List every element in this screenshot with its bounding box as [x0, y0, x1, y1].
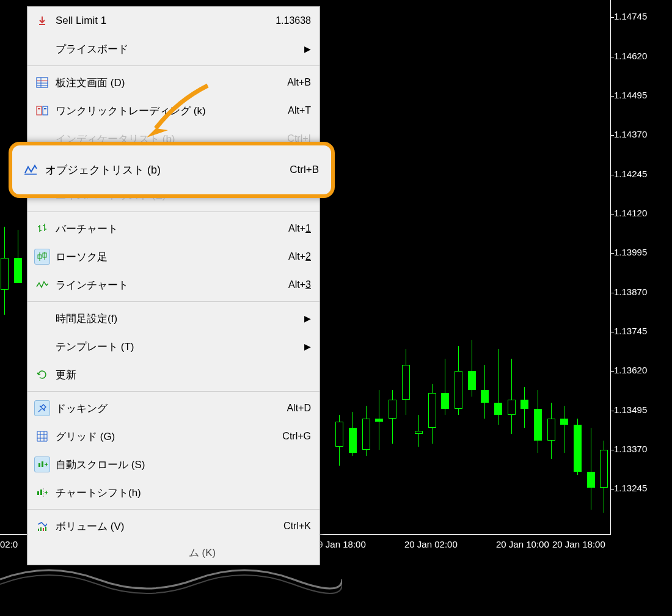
- svg-rect-15: [42, 461, 43, 467]
- y-tick-label: 1.13245: [614, 483, 669, 493]
- submenu-arrow-icon: ▶: [304, 44, 311, 54]
- menu-separator: [27, 211, 320, 212]
- y-tick-label: 1.13995: [614, 247, 669, 257]
- line-chart-icon: [32, 280, 52, 289]
- object-list-label[interactable]: オブジェクトリスト (b): [40, 163, 290, 177]
- template-label: テンプレート (T): [52, 340, 304, 354]
- truncated-label: ム (K): [32, 546, 311, 560]
- menu-separator: [27, 301, 320, 302]
- menu-autoscroll[interactable]: 自動スクロール (S): [27, 450, 320, 479]
- grid-shortcut: Ctrl+G: [282, 431, 311, 442]
- menu-depth-of-market[interactable]: 板注文画面 (D) Alt+B: [27, 68, 320, 97]
- menu-template[interactable]: テンプレート (T) ▶: [27, 332, 320, 361]
- line-chart-shortcut: Alt+3: [288, 279, 311, 290]
- menu-candlestick[interactable]: ローソク足 Alt+2: [27, 243, 320, 271]
- menu-one-click-trading[interactable]: ワンクリックトレーディング (k) Alt+T: [27, 97, 320, 125]
- refresh-icon: [32, 369, 52, 380]
- svg-rect-14: [38, 463, 40, 467]
- y-tick-label: 1.13370: [614, 444, 669, 454]
- svg-rect-20: [43, 528, 44, 531]
- one-click-label: ワンクリックトレーディング (k): [52, 104, 288, 118]
- menu-docking[interactable]: ドッキング Alt+D: [27, 394, 320, 422]
- bar-chart-shortcut: Alt+1: [288, 223, 311, 234]
- y-tick-label: 1.14495: [614, 90, 669, 100]
- autoscroll-icon: [34, 457, 50, 472]
- autoscroll-label: 自動スクロール (S): [52, 458, 311, 472]
- svg-rect-0: [39, 24, 45, 25]
- menu-truncated-item[interactable]: ム (K): [27, 540, 320, 565]
- svg-rect-21: [45, 527, 46, 531]
- menu-bar-chart[interactable]: バーチャート Alt+1: [27, 215, 320, 243]
- svg-rect-1: [37, 78, 48, 87]
- y-tick-label: 1.14370: [614, 129, 669, 139]
- volume-shortcut: Ctrl+K: [283, 521, 311, 532]
- svg-rect-16: [37, 491, 39, 495]
- svg-rect-18: [38, 529, 39, 531]
- submenu-arrow-icon: ▶: [304, 314, 311, 323]
- y-tick-label: 1.13620: [614, 365, 669, 375]
- menu-sell-limit[interactable]: Sell Limit 1 1.13638: [27, 7, 320, 35]
- docking-label: ドッキング: [52, 402, 287, 416]
- svg-rect-8: [38, 108, 40, 109]
- sell-limit-value: 1.13638: [276, 15, 311, 26]
- y-tick-label: 1.13745: [614, 326, 669, 336]
- grid-label: グリッド (G): [52, 430, 282, 444]
- y-tick-label: 1.13495: [614, 405, 669, 415]
- menu-line-chart[interactable]: ラインチャート Alt+3: [27, 271, 320, 299]
- refresh-label: 更新: [52, 368, 311, 382]
- svg-rect-7: [43, 106, 48, 115]
- y-tick-label: 1.14120: [614, 208, 669, 218]
- candlestick-shortcut: Alt+2: [288, 251, 311, 262]
- submenu-arrow-icon: ▶: [304, 342, 311, 351]
- menu-timeframe[interactable]: 時間足設定(f) ▶: [27, 304, 320, 332]
- price-board-label: プライスボード: [52, 42, 304, 56]
- y-tick-label: 1.13870: [614, 287, 669, 297]
- volume-icon: [32, 521, 52, 532]
- y-tick-label: 1.14245: [614, 169, 669, 179]
- y-tick-label: 1.14745: [614, 11, 669, 21]
- highlighted-menu-item: オブジェクトリスト (b) Ctrl+B: [9, 142, 335, 198]
- candlestick-label: ローソク足: [52, 250, 288, 264]
- menu-volume[interactable]: ボリューム (V) Ctrl+K: [27, 512, 320, 540]
- one-click-shortcut: Alt+T: [288, 105, 311, 116]
- menu-separator: [27, 65, 320, 66]
- x-tick-label: 20 Jan 18:00: [552, 539, 605, 549]
- candlestick-icon: [34, 249, 50, 265]
- depth-of-market-label: 板注文画面 (D): [52, 76, 287, 90]
- menu-grid[interactable]: グリッド (G) Ctrl+G: [27, 422, 320, 450]
- depth-of-market-shortcut: Alt+B: [287, 77, 311, 88]
- menu-chartshift[interactable]: チャートシフト(h): [27, 479, 320, 507]
- x-tick-label: 20 Jan 02:00: [404, 539, 458, 549]
- sell-limit-label: Sell Limit 1: [52, 15, 276, 27]
- sell-arrow-icon: [32, 15, 52, 26]
- docking-shortcut: Alt+D: [287, 403, 311, 414]
- svg-rect-19: [40, 527, 42, 531]
- chart-context-menu: Sell Limit 1 1.13638 プライスボード ▶ 板注文画面 (D)…: [27, 6, 320, 565]
- svg-rect-9: [44, 108, 46, 109]
- menu-refresh[interactable]: 更新: [27, 361, 320, 389]
- grid-icon: [32, 431, 52, 442]
- svg-rect-17: [40, 490, 42, 495]
- bar-chart-icon: [32, 223, 52, 234]
- volume-label: ボリューム (V): [52, 519, 283, 534]
- price-axis: 1.147451.146201.144951.143701.142451.141…: [611, 0, 672, 535]
- chartshift-icon: [32, 488, 52, 497]
- menu-separator: [27, 509, 320, 510]
- x-tick-label: 19 Jan 18:00: [313, 539, 366, 549]
- menu-price-board[interactable]: プライスボード ▶: [27, 35, 320, 63]
- line-chart-label: ラインチャート: [52, 278, 288, 292]
- menu-separator: [27, 391, 320, 392]
- object-list-shortcut: Ctrl+B: [290, 164, 319, 176]
- x-tick-label: 02:0: [0, 539, 18, 549]
- x-tick-label: 20 Jan 10:00: [496, 539, 549, 549]
- bar-chart-label: バーチャート: [52, 222, 288, 236]
- chartshift-label: チャートシフト(h): [52, 486, 311, 500]
- y-tick-label: 1.14620: [614, 51, 669, 61]
- one-click-icon: [32, 105, 52, 116]
- svg-rect-6: [37, 106, 42, 115]
- pin-icon: [34, 400, 50, 416]
- object-list-icon: [21, 164, 40, 175]
- timeframe-label: 時間足設定(f): [52, 312, 304, 326]
- depth-of-market-icon: [32, 77, 52, 88]
